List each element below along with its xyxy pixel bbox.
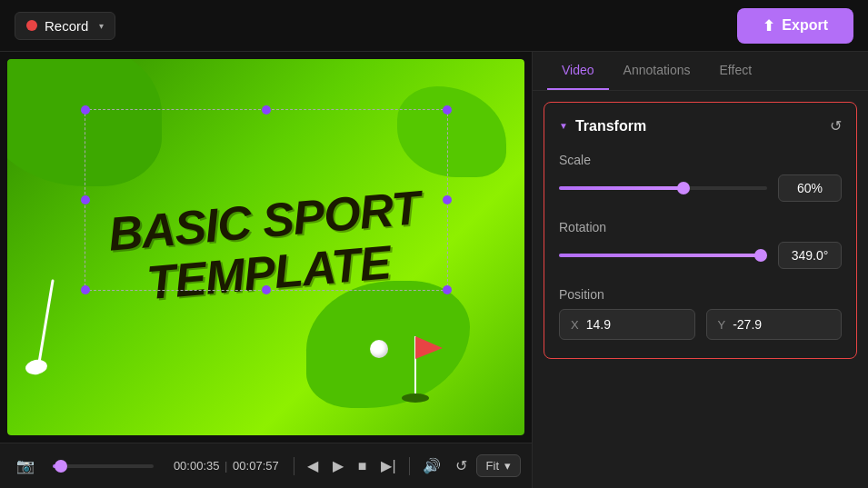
loop-icon: ↺	[455, 457, 467, 474]
export-icon: ⬆	[763, 17, 774, 35]
video-preview[interactable]: BASIC SPORT TEMPLATE	[7, 59, 524, 435]
rotation-thumb[interactable]	[754, 249, 767, 262]
divider-1	[294, 457, 294, 475]
position-x-field[interactable]: X 14.9	[559, 309, 695, 340]
blob-shape-1	[7, 59, 162, 186]
divider-2	[409, 457, 410, 475]
scale-control: 60%	[559, 174, 842, 202]
controls-bar: 📷 00:00:35 | 00:07:57 ◀ ▶ ■	[0, 443, 532, 488]
scale-fill	[559, 186, 683, 190]
position-y-value: -27.9	[733, 317, 762, 332]
scale-row: Scale 60%	[559, 153, 842, 202]
position-y-field[interactable]: Y -27.9	[706, 309, 843, 340]
section-title-text: Transform	[575, 118, 646, 134]
time-current: 00:00:35	[174, 459, 220, 473]
position-x-value: 14.9	[586, 317, 611, 332]
record-button[interactable]: Record ▾	[15, 12, 115, 40]
progress-thumb[interactable]	[55, 460, 67, 473]
rotation-label: Rotation	[559, 220, 842, 234]
tab-annotations-label: Annotations	[624, 63, 691, 77]
screenshot-button[interactable]: 📷	[11, 453, 40, 478]
handle-bot-left[interactable]	[81, 285, 90, 294]
main-area: BASIC SPORT TEMPLATE	[0, 52, 868, 488]
blob-shape-3	[397, 86, 506, 177]
scale-label: Scale	[559, 153, 842, 167]
progress-track[interactable]	[53, 464, 154, 468]
stop-button[interactable]: ■	[353, 454, 373, 478]
reset-icon: ↺	[830, 118, 842, 134]
position-inputs: X 14.9 Y -27.9	[559, 309, 842, 340]
fit-chevron-icon: ▾	[504, 459, 511, 473]
scale-thumb[interactable]	[677, 182, 690, 194]
right-panel: Video Annotations Effect Transform ↺ Sca	[532, 52, 868, 488]
progress-area[interactable]	[53, 464, 154, 468]
scale-value[interactable]: 60%	[778, 174, 842, 202]
play-icon: ▶	[333, 457, 344, 474]
reset-button[interactable]: ↺	[830, 117, 842, 134]
forward-button[interactable]: ▶|	[375, 453, 401, 478]
stop-icon: ■	[358, 458, 367, 474]
time-total: 00:07:57	[233, 459, 279, 473]
rewind-button[interactable]: ◀	[302, 453, 324, 478]
svg-point-4	[402, 393, 429, 403]
tabs: Video Annotations Effect	[533, 52, 868, 91]
record-chevron-icon: ▾	[99, 21, 104, 31]
tab-annotations[interactable]: Annotations	[609, 52, 705, 90]
scale-slider[interactable]	[559, 186, 767, 190]
handle-top-mid[interactable]	[262, 105, 271, 115]
golf-flag-icon	[397, 332, 452, 408]
position-y-axis: Y	[718, 318, 726, 332]
position-row: Position X 14.9 Y -27.9	[559, 287, 842, 340]
record-label: Record	[45, 18, 88, 34]
export-button[interactable]: ⬆ Export	[737, 8, 853, 44]
top-bar: Record ▾ ⬆ Export	[0, 0, 868, 52]
svg-marker-3	[415, 336, 443, 359]
fit-dropdown[interactable]: Fit ▾	[476, 454, 521, 477]
rotation-row: Rotation 349.0°	[559, 220, 842, 269]
tab-effect[interactable]: Effect	[705, 52, 767, 90]
transform-section: Transform ↺ Scale 60% Rotat	[544, 102, 857, 359]
svg-point-1	[25, 358, 48, 376]
position-label: Position	[559, 287, 842, 302]
screenshot-icon: 📷	[16, 457, 35, 474]
video-panel: BASIC SPORT TEMPLATE	[0, 52, 532, 488]
position-x-axis: X	[571, 318, 579, 332]
tab-video[interactable]: Video	[547, 52, 609, 90]
tab-effect-label: Effect	[720, 63, 753, 77]
handle-mid-right[interactable]	[443, 195, 452, 204]
rotation-slider[interactable]	[559, 254, 767, 257]
play-button[interactable]: ▶	[327, 453, 349, 478]
rotation-fill	[559, 254, 761, 257]
volume-icon: 🔊	[423, 457, 441, 474]
golf-club-icon	[25, 272, 80, 381]
svg-line-0	[39, 281, 53, 363]
time-separator: |	[224, 459, 231, 473]
volume-button[interactable]: 🔊	[417, 453, 446, 478]
section-header: Transform ↺	[559, 117, 842, 134]
export-label: Export	[782, 17, 828, 34]
forward-icon: ▶|	[381, 457, 395, 474]
rotation-value[interactable]: 349.0°	[778, 242, 842, 269]
rewind-icon: ◀	[307, 457, 318, 474]
fit-label: Fit	[486, 459, 499, 473]
record-dot-icon	[26, 20, 37, 31]
golf-ball-icon	[370, 340, 388, 358]
time-display: 00:00:35 | 00:07:57	[174, 459, 279, 473]
section-title: Transform	[559, 118, 646, 134]
loop-button[interactable]: ↺	[450, 453, 473, 478]
tab-video-label: Video	[562, 63, 594, 77]
rotation-control: 349.0°	[559, 242, 842, 269]
video-canvas: BASIC SPORT TEMPLATE	[7, 59, 524, 435]
handle-mid-left[interactable]	[81, 195, 90, 204]
